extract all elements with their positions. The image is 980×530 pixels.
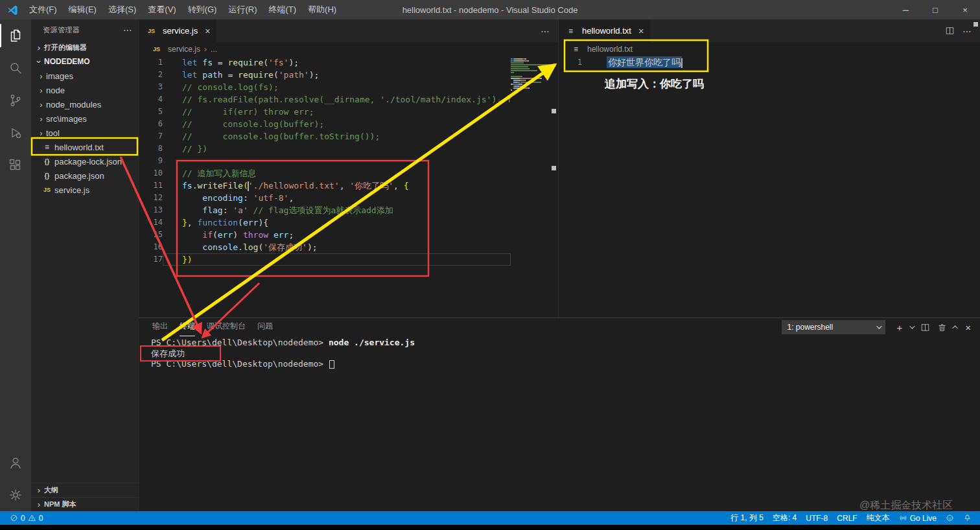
menu-view[interactable]: 查看(V) — [142, 0, 181, 19]
scrollbar[interactable] — [550, 56, 558, 317]
scrollbar[interactable] — [972, 19, 980, 317]
code-line-9[interactable]: 9 — [139, 155, 511, 167]
feedback-button[interactable] — [941, 511, 959, 525]
code-line-3[interactable]: 3// console.log(fs); — [139, 81, 511, 93]
line-number: 11 — [139, 179, 163, 192]
tab-helloworld-txt[interactable]: ≡ helloworld.txt × — [559, 19, 650, 42]
files-icon — [8, 28, 23, 43]
code-line-14[interactable]: 14}, function(err){ — [139, 216, 511, 229]
outline-section[interactable]: › 大纲 — [31, 483, 139, 497]
terminal-shell-select[interactable]: 1: powershell — [782, 320, 885, 334]
menu-selection[interactable]: 选择(S) — [102, 0, 142, 19]
panel-tab-输出[interactable]: 输出 — [152, 318, 168, 336]
more-actions-icon[interactable]: ⋯ — [541, 26, 550, 36]
tree-item-node-modules[interactable]: ›node_modules — [31, 97, 139, 111]
json-file-icon: {} — [41, 172, 52, 179]
breadcrumb-left[interactable]: JS service.js › ... — [139, 42, 558, 56]
breadcrumb-file: service.js — [168, 45, 200, 54]
account-icon — [8, 455, 23, 470]
breadcrumb-right[interactable]: ≡ helloworld.txt — [559, 42, 980, 56]
problems-status[interactable]: 0 0 — [5, 511, 47, 525]
panel-tab-终端[interactable]: 终端 — [180, 318, 195, 336]
more-actions-icon[interactable]: ⋯ — [962, 26, 972, 36]
code-line-4[interactable]: 4// fs.readFile(path.resolve(__dirname, … — [139, 93, 511, 106]
split-editor-icon[interactable] — [945, 26, 955, 36]
code-line-16[interactable]: 16 console.log('保存成功'); — [139, 241, 511, 253]
minimize-button[interactable]: ─ — [891, 0, 920, 19]
code-line-11[interactable]: 11fs.writeFile('./helloworld.txt', '你吃了吗… — [139, 179, 511, 192]
minimap[interactable] — [511, 58, 550, 317]
menu-run[interactable]: 运行(R) — [222, 0, 262, 19]
more-actions-icon[interactable]: ⋯ — [123, 25, 133, 35]
tree-item-label: service.js — [54, 185, 89, 195]
run-debug-activity-button[interactable] — [0, 117, 31, 149]
tree-item-helloworld.txt[interactable]: ≡helloworld.txt — [31, 140, 139, 154]
project-section[interactable]: › NODEDEMO — [31, 54, 139, 69]
close-panel-icon[interactable]: × — [965, 323, 971, 332]
menu-help[interactable]: 帮助(H) — [302, 0, 342, 19]
broadcast-icon — [899, 514, 907, 522]
search-icon — [8, 60, 23, 76]
panel-tab-调试控制台[interactable]: 调试控制台 — [207, 318, 246, 336]
tree-item-node[interactable]: ›node — [31, 83, 139, 97]
maximize-panel-chevron-icon[interactable] — [953, 325, 958, 330]
code-line-8[interactable]: 8// }) — [139, 143, 511, 155]
kill-terminal-trash-icon[interactable] — [937, 323, 947, 332]
open-editors-label: 打开的编辑器 — [44, 43, 87, 52]
line-number: 13 — [139, 204, 163, 216]
source-control-activity-button[interactable] — [0, 84, 31, 117]
line-number: 4 — [139, 93, 163, 106]
panel-tab-问题[interactable]: 问题 — [257, 318, 273, 336]
search-activity-button[interactable] — [0, 52, 31, 84]
explorer-activity-button[interactable] — [0, 19, 31, 52]
npm-scripts-section[interactable]: › NPM 脚本 — [31, 497, 139, 511]
overview-ruler-mark — [552, 109, 556, 113]
open-editors-section[interactable]: › 打开的编辑器 — [31, 40, 139, 54]
settings-button[interactable] — [0, 479, 31, 511]
close-icon[interactable]: × — [638, 26, 644, 36]
menu-file[interactable]: 文件(F) — [23, 0, 63, 19]
code-line-1[interactable]: 1let fs = require('fs'); — [139, 56, 511, 69]
indentation[interactable]: 空格: 4 — [768, 511, 801, 525]
tree-item-package-lock.json[interactable]: {}package-lock.json — [31, 154, 139, 168]
terminal-dropdown-chevron-icon[interactable] — [909, 323, 915, 328]
menu-terminal[interactable]: 终端(T) — [262, 0, 302, 19]
code-line-17[interactable]: 17}) — [139, 253, 511, 266]
extensions-activity-button[interactable] — [0, 149, 31, 181]
encoding[interactable]: UTF-8 — [801, 511, 832, 525]
file-tree: ›images›node›node_modules›src\images›too… — [31, 69, 139, 197]
bottom-strip — [0, 525, 980, 530]
code-editor[interactable]: 1let fs = require('fs');2let path = requ… — [139, 56, 558, 317]
cursor-position[interactable]: 行 1, 列 5 — [726, 511, 768, 525]
text-editor[interactable]: 1 你好世界你吃了吗 — [559, 56, 972, 317]
code-line-7[interactable]: 7// console.log(buffer.toString()); — [139, 130, 511, 143]
code-line-12[interactable]: 12 encoding: 'utf-8', — [139, 192, 511, 204]
code-line-5[interactable]: 5// if(err) throw err; — [139, 106, 511, 118]
close-icon[interactable]: × — [205, 26, 210, 36]
language-mode[interactable]: 纯文本 — [862, 511, 894, 525]
code-line-2[interactable]: 2let path = require('path'); — [139, 69, 511, 81]
menu-go[interactable]: 转到(G) — [182, 0, 223, 19]
maximize-button[interactable]: □ — [920, 0, 950, 19]
tree-item-tool[interactable]: ›tool — [31, 126, 139, 140]
tree-item-package.json[interactable]: {}package.json — [31, 168, 139, 183]
window-title: helloworld.txt - nodedemo - Visual Studi… — [402, 5, 578, 15]
code-line-15[interactable]: 15 if(err) throw err; — [139, 229, 511, 241]
code-line-10[interactable]: 10// 追加写入新信息 — [139, 167, 511, 179]
go-live-button[interactable]: Go Live — [894, 511, 941, 525]
tree-item-images[interactable]: ›images — [31, 69, 139, 83]
tree-item-service.js[interactable]: JSservice.js — [31, 183, 139, 197]
split-terminal-icon[interactable] — [920, 323, 930, 332]
new-terminal-button[interactable]: + — [896, 323, 902, 332]
code-line-13[interactable]: 13 flag: 'a' // flag选项设置为a就表示add添加 — [139, 204, 511, 216]
notifications-button[interactable] — [959, 511, 976, 525]
tree-item-src-images[interactable]: ›src\images — [31, 111, 139, 126]
account-button[interactable] — [0, 446, 31, 479]
tab-service-js[interactable]: JS service.js × — [139, 19, 216, 42]
code-line-6[interactable]: 6// console.log(buffer); — [139, 118, 511, 130]
shell-label: 1: powershell — [787, 323, 833, 332]
menu-edit[interactable]: 编辑(E) — [63, 0, 102, 19]
close-button[interactable]: × — [950, 0, 980, 19]
eol-sequence[interactable]: CRLF — [832, 511, 861, 525]
terminal-content[interactable]: PS C:\Users\dell\Desktop\nodedemo> node … — [151, 338, 974, 511]
